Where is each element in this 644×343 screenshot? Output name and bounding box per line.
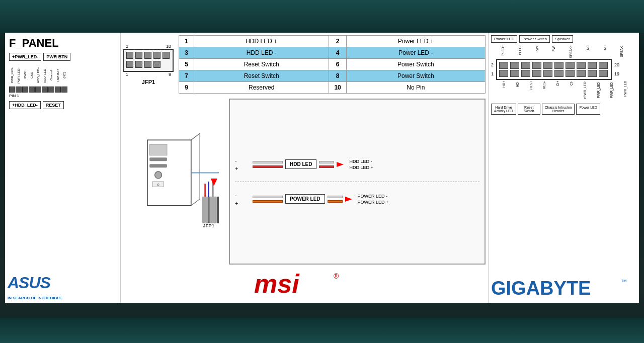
- svg-line-8: [191, 133, 200, 140]
- pin-10: 10: [329, 82, 346, 94]
- jfp-connector: 2 10 1 9: [123, 35, 174, 94]
- svg-rect-3: [149, 157, 167, 161]
- power-led-box: POWER LED: [285, 194, 325, 204]
- vlabel-speak-plus: SPEAK+: [569, 45, 586, 58]
- label-power-led-minus: Power LED -: [346, 47, 485, 59]
- gigabyte-logo: GIGABYTE ™: [491, 276, 636, 300]
- left-panel: F_PANEL +PWR_LED- PWR BTN PWR_LED- PWR_L…: [5, 33, 121, 303]
- cp-r2-4: [532, 70, 541, 77]
- vlabel-pw-minus: PW-: [552, 45, 569, 58]
- row-num-20: 20: [614, 62, 619, 67]
- cp-r2-2: [510, 70, 519, 77]
- cp2: [135, 52, 142, 59]
- arrow-right-1: [337, 159, 347, 169]
- label-reset-switch-2: Reset Switch: [194, 70, 329, 82]
- row-num-2: 2: [491, 62, 494, 67]
- label-hdd-led-plus: HDD LED +: [194, 36, 329, 47]
- pin-group-9: (NC): [61, 64, 67, 93]
- hdd-output-labels: HDD LED - HDD LED +: [349, 159, 373, 170]
- connector-rows: 2 1: [491, 59, 636, 80]
- pin-9: 9: [179, 82, 194, 94]
- cp7: [135, 61, 142, 68]
- pin-group-1: PWR_LED-: [9, 64, 15, 93]
- cp-r2-10: [599, 70, 608, 77]
- pin-7: 7: [179, 70, 194, 82]
- vlabel-pled-plus: PLED+: [501, 45, 518, 58]
- label-no-pin: No Pin: [346, 82, 485, 94]
- cp-r1-6: [554, 62, 564, 69]
- jfp-table: 1 HDD LED + 2 Power LED + 3 HDD LED - 4 …: [179, 35, 486, 94]
- hdd-led-minus-out: HDD LED -: [349, 159, 373, 164]
- svg-rect-4: [149, 164, 167, 167]
- pin-1: 1: [179, 36, 194, 47]
- pin-sq-1: [9, 87, 15, 93]
- blabel-rpwr-led: rPWR_LED+: [583, 81, 596, 99]
- pin1-label: PIN 1: [9, 94, 116, 98]
- cp-r1-10: [599, 62, 608, 69]
- vlabel-nc1: NC: [586, 45, 603, 58]
- cp1: [126, 52, 133, 59]
- label-reset-switch-1: Reset Switch: [194, 59, 329, 70]
- cp-r2-1: [499, 70, 508, 77]
- power-plus-label: +: [235, 200, 249, 206]
- footer-power-led: Power LED: [576, 104, 600, 115]
- cp10-empty: [163, 61, 170, 68]
- table-row-4: 7 Reset Switch 8 Power Switch: [179, 70, 486, 82]
- svg-text:0: 0: [157, 183, 159, 187]
- footer-chassis: Chassis Intrusion Header: [542, 104, 575, 115]
- hdd-led-row: - + HDD LED: [235, 157, 479, 172]
- svg-rect-14: [217, 197, 219, 223]
- cp-r1-4: [532, 62, 541, 69]
- label-hwrst: HWRST#: [56, 64, 59, 87]
- label-power-switch-2: Power Switch: [346, 70, 485, 82]
- pin-4: 4: [329, 47, 346, 59]
- blabel-ci-minus: CI-: [570, 81, 583, 99]
- gigabyte-header: Power LED Power Switch Speaker: [491, 35, 636, 43]
- main-content: F_PANEL +PWR_LED- PWR BTN PWR_LED- PWR_L…: [5, 33, 639, 303]
- vertical-labels: PLED+ PLED- PW+ PW- SPEAK+ NC NC SPEAK-: [501, 45, 636, 58]
- footer-hdd: Hard Drive Activity LED: [491, 104, 516, 115]
- cp-r1-1: [499, 62, 508, 69]
- cp6: [126, 61, 133, 68]
- right-panel: Power LED Power Switch Speaker PLED+ PLE…: [488, 33, 639, 303]
- case-svg: 0 J: [128, 131, 219, 232]
- pin-group-4: GND: [29, 64, 35, 93]
- cp5: [163, 52, 170, 59]
- cp-r1-9: [588, 62, 597, 69]
- table-row-1: 1 HDD LED + 2 Power LED +: [179, 36, 486, 47]
- label-hdd-minus: HDD_LED-: [43, 64, 46, 87]
- bottom-connector-row: +HDD_LED- RESET: [9, 101, 116, 109]
- pin-sq-5: [35, 87, 41, 93]
- hdd-led-box: +HDD_LED-: [9, 101, 41, 109]
- blabel-ci-plus: CI+: [556, 81, 569, 99]
- conn-num-2: 2: [126, 44, 128, 49]
- pin-group-3: PWR: [22, 64, 28, 93]
- cp-r1-5: [543, 62, 552, 69]
- conn-num-1: 1: [126, 72, 128, 77]
- power-led-row: - + POWER LED: [235, 192, 479, 206]
- blabel-hd-plus: HD+: [502, 81, 515, 99]
- power-led-header: Power LED: [491, 35, 517, 43]
- asus-logo-area: ASUS IN SEARCH OF INCREDIBLE: [8, 272, 73, 300]
- msi-logo-area: msi ®: [123, 265, 486, 300]
- label-power-switch-1: Power Switch: [346, 59, 485, 70]
- cp-r1-8: [577, 62, 586, 69]
- label-power-led-plus: Power LED +: [346, 36, 485, 47]
- blabel-hd-minus: HD-: [516, 81, 529, 99]
- svg-point-5: [155, 172, 162, 179]
- power-output-labels: POWER LED - POWER LED +: [358, 194, 389, 205]
- blabel-pwr-led: PWR_LED-: [610, 81, 623, 99]
- pwr-led-box: +PWR_LED-: [9, 53, 41, 61]
- svg-text:msi: msi: [254, 269, 300, 296]
- label-hdd-led-minus: HDD LED -: [194, 47, 329, 59]
- cp-r2-5: [543, 70, 552, 77]
- svg-marker-23: [345, 197, 352, 202]
- footer-reset: Reset Switch: [518, 104, 540, 115]
- svg-marker-22: [337, 162, 344, 167]
- pin-sq-6: [42, 87, 48, 93]
- jfp-section: 2 10 1 9: [123, 35, 486, 94]
- svg-text:™: ™: [621, 278, 627, 285]
- svg-rect-2: [149, 144, 167, 155]
- svg-text:JFP1: JFP1: [203, 223, 215, 228]
- speaker-header: Speaker: [552, 35, 573, 43]
